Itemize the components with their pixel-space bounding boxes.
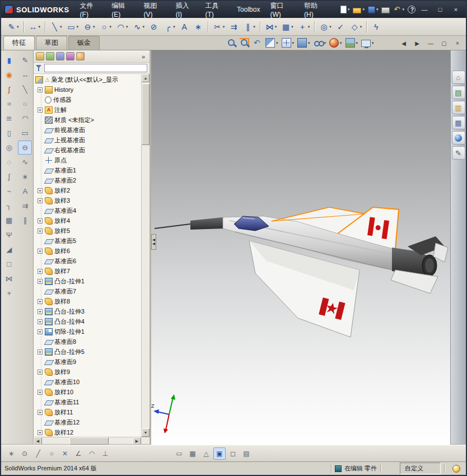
tree-item[interactable]: 基准面2 [34, 175, 141, 185]
hole-wizard-button[interactable]: ◎ [2, 141, 16, 155]
offset-entities-button[interactable]: ∥▾ [241, 20, 258, 34]
expander-icon[interactable]: + [38, 198, 43, 203]
tree-item[interactable]: +放样7 [34, 266, 141, 276]
menu-insert[interactable]: 插入(I) [171, 1, 200, 18]
open-document-button[interactable]: ▾ [352, 5, 366, 15]
ellipse-button[interactable]: ⊘ [147, 20, 161, 34]
print-button[interactable] [380, 5, 391, 15]
quick-snaps-button[interactable]: ◇▾ [348, 20, 365, 34]
scroll-track[interactable] [142, 82, 150, 428]
selection-filter-button[interactable]: ▭ [173, 447, 185, 460]
linear-pattern-feature-button[interactable]: ▦ [2, 213, 16, 227]
design-library-button[interactable]: ▤ [452, 86, 465, 99]
expander-icon[interactable]: + [38, 218, 43, 223]
menu-window[interactable]: 窗口(W) [265, 1, 299, 18]
snap-quadrant-button[interactable]: ○ [45, 447, 58, 460]
apply-scene-button[interactable]: ▾ [344, 37, 360, 49]
mirror-feature-button[interactable]: ⋈ [2, 272, 16, 286]
rib-button[interactable]: Ψ [2, 228, 16, 242]
tree-item[interactable]: 基准面8 [34, 337, 141, 347]
expander-icon[interactable]: + [38, 349, 43, 354]
angle-ruler-button[interactable]: △ [200, 447, 212, 460]
move-entities-button[interactable]: +▾ [296, 20, 312, 34]
feature-tree-filter-input[interactable] [44, 64, 147, 72]
smart-dimension-tool-button[interactable]: ↔ [18, 68, 32, 82]
slot-button[interactable]: ⊖▾ [81, 20, 97, 34]
tree-item[interactable]: +凸台-拉伸1 [34, 276, 141, 286]
expander-icon[interactable]: + [38, 319, 43, 324]
zoom-fit-button[interactable] [225, 37, 238, 49]
tree-horizontal-scrollbar[interactable]: ◀ ▶ [34, 437, 150, 445]
snap-arc-button[interactable]: ◠ [86, 447, 98, 460]
close-document-button[interactable]: × [451, 38, 464, 48]
snap-perpendicular-button[interactable]: ⊥ [99, 447, 111, 460]
tree-item[interactable]: 上视基准面 [34, 135, 141, 145]
pane-splitter-handle[interactable]: ◀◀ [151, 234, 156, 250]
tree-item[interactable]: +放样10 [34, 387, 141, 397]
expander-icon[interactable]: + [38, 279, 43, 284]
tree-item[interactable]: 基准面1 [34, 165, 141, 175]
save-button[interactable]: ▾ [367, 5, 380, 15]
expander-icon[interactable]: + [38, 269, 43, 274]
view-settings-button[interactable]: ▾ [359, 37, 376, 49]
repair-sketch-button[interactable]: ✓ [334, 20, 348, 34]
grid-settings-button[interactable]: ▦ [186, 447, 199, 460]
shell-button[interactable]: □ [2, 257, 16, 271]
scroll-left-arrow[interactable]: ◀ [34, 437, 42, 445]
swept-boss-button[interactable]: ʃ [2, 82, 16, 96]
tree-item[interactable]: +放样9 [34, 367, 141, 377]
tree-item[interactable]: 传感器 [34, 95, 141, 105]
shaded-mode-button[interactable]: ▣ [213, 447, 226, 460]
expander-icon[interactable]: + [38, 430, 43, 435]
next-document-button[interactable]: ▶ [411, 38, 423, 48]
rectangle-tool-button[interactable]: ▭ [18, 126, 32, 140]
smart-dimension-button[interactable]: ↔▾ [26, 20, 43, 34]
tree-item[interactable]: 基准面5 [34, 236, 141, 246]
tree-item[interactable]: +放样3 [34, 195, 141, 206]
design-table-button[interactable]: ▤ [240, 447, 253, 460]
fillet-button[interactable]: ╮ [2, 199, 16, 213]
help-button[interactable] [407, 4, 417, 15]
offset-tool-button[interactable]: ∥ [18, 213, 32, 227]
mirror-entities-button[interactable]: ⋈▾ [263, 20, 279, 34]
tree-item[interactable]: +凸台-拉伸3 [34, 306, 141, 316]
revolved-cut-button[interactable]: ◌ [2, 155, 16, 169]
tree-item[interactable]: 前视基准面 [34, 125, 141, 135]
edit-appearance-button[interactable]: ▾ [328, 37, 344, 49]
custom-status-cell[interactable]: 自定义 [400, 463, 441, 474]
tree-item[interactable]: 基准面4 [34, 206, 141, 216]
scroll-down-arrow[interactable]: ▼ [142, 428, 150, 437]
point-tool-button[interactable]: ∗ [18, 170, 32, 184]
minimize-document-button[interactable]: — [424, 38, 437, 48]
tree-item[interactable]: +凸台-拉伸5 [34, 347, 141, 357]
menu-edit[interactable]: 编辑(E) [106, 1, 138, 18]
point-button[interactable]: ∗ [192, 20, 206, 34]
view-orientation-button[interactable]: ▾ [280, 37, 296, 49]
convert-entities-button[interactable]: ⇉ [227, 20, 241, 34]
line-tool-button[interactable]: ╲ [18, 82, 32, 96]
tree-item[interactable]: 右视基准面 [34, 145, 141, 155]
file-explorer-button[interactable]: ▥ [452, 101, 465, 114]
quick-tips-icon[interactable] [452, 465, 460, 473]
menu-toolbox[interactable]: Toolbox [232, 1, 265, 18]
tab-features[interactable]: 特征 [3, 36, 35, 50]
text-tool-button[interactable]: A [18, 184, 32, 198]
expander-icon[interactable]: + [38, 309, 43, 314]
tree-item[interactable]: 基准面12 [34, 417, 141, 427]
expander-icon[interactable]: + [38, 370, 43, 375]
tree-item[interactable]: 基准面7 [34, 286, 141, 296]
new-document-button[interactable]: ▾ [339, 4, 351, 15]
expander-icon[interactable]: + [38, 188, 43, 193]
previous-view-button[interactable] [251, 37, 264, 49]
sketch-tool-button[interactable]: ✎ [18, 53, 32, 67]
tree-item[interactable]: +切除-拉伸1 [34, 326, 141, 337]
dimxpertmanager-tab[interactable] [66, 52, 74, 60]
solidworks-resources-button[interactable]: ⌂ [452, 71, 465, 84]
zoom-area-button[interactable] [238, 37, 251, 49]
tree-item[interactable]: 原点 [34, 155, 141, 165]
undo-button[interactable]: ▾ [392, 4, 405, 15]
tab-sketch[interactable]: 草图 [36, 36, 67, 50]
menu-help[interactable]: 帮助(H) [299, 1, 331, 18]
tree-item[interactable]: +凸台-拉伸4 [34, 316, 141, 326]
rapid-sketch-button[interactable]: ϟ [369, 20, 383, 34]
